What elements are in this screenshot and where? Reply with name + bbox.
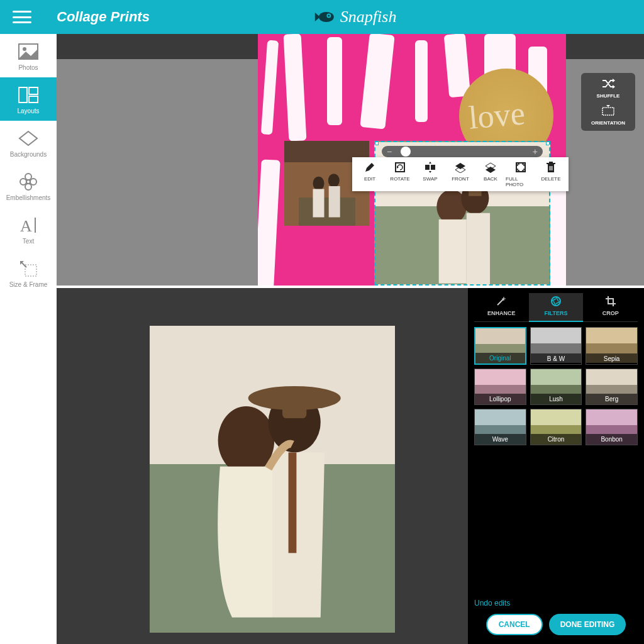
- filter-bw[interactable]: B & W: [530, 327, 582, 365]
- zoom-thumb[interactable]: [401, 147, 411, 157]
- svg-point-14: [26, 180, 30, 184]
- filter-lush[interactable]: Lush: [530, 369, 582, 405]
- svg-point-52: [218, 406, 275, 475]
- zoom-plus-icon[interactable]: +: [533, 147, 538, 157]
- photo-editor: ENHANCE FILTERS CROP Original: [57, 286, 644, 644]
- action-buttons: CANCEL DONE EDITING: [474, 614, 638, 639]
- svg-rect-17: [25, 265, 36, 276]
- rotate-button[interactable]: ROTATE: [385, 161, 415, 187]
- filter-original[interactable]: Original: [474, 327, 526, 365]
- undo-edits-link[interactable]: Undo edits: [474, 599, 638, 608]
- sidebar-label: Photos: [18, 64, 38, 71]
- brand-name: Snapfish: [340, 8, 397, 26]
- svg-rect-43: [547, 163, 555, 164]
- orientation-button[interactable]: ORIENTATION: [584, 105, 633, 126]
- filter-sepia[interactable]: Sepia: [586, 327, 638, 365]
- layouts-icon: [17, 86, 40, 104]
- svg-point-11: [20, 179, 26, 185]
- tab-enhance[interactable]: ENHANCE: [474, 293, 529, 319]
- cancel-button[interactable]: CANCEL: [486, 614, 543, 635]
- svg-marker-1: [315, 13, 320, 21]
- photo-preview[interactable]: [150, 326, 395, 633]
- swap-button[interactable]: SWAP: [415, 161, 445, 187]
- svg-rect-50: [602, 108, 614, 115]
- svg-marker-49: [613, 85, 615, 89]
- menu-button[interactable]: [13, 11, 31, 23]
- svg-marker-35: [429, 162, 431, 164]
- done-editing-button[interactable]: DONE EDITING: [549, 614, 626, 635]
- fullphoto-button[interactable]: FULL PHOTO: [506, 161, 536, 187]
- size-frame-icon: [17, 260, 40, 277]
- sidebar-item-backgrounds[interactable]: Backgrounds: [0, 121, 57, 164]
- svg-point-5: [23, 47, 26, 51]
- svg-rect-22: [313, 189, 324, 218]
- sidebar: Photos Layouts Backgrounds Embellishment…: [0, 34, 57, 644]
- svg-rect-34: [431, 165, 435, 170]
- aperture-icon: [550, 296, 562, 308]
- text-icon: A: [17, 216, 40, 234]
- svg-marker-40: [486, 167, 496, 173]
- filter-wave[interactable]: Wave: [474, 409, 526, 445]
- swap-icon: [424, 161, 436, 174]
- delete-button[interactable]: DELETE: [536, 161, 566, 187]
- svg-point-3: [328, 15, 330, 17]
- back-icon: [484, 161, 497, 174]
- photo-toolbar: EDIT ROTATE SWAP FRONT BACK: [352, 157, 569, 191]
- tab-crop[interactable]: CROP: [583, 293, 638, 319]
- svg-rect-44: [549, 162, 553, 163]
- orientation-icon: [601, 105, 615, 118]
- svg-point-12: [30, 179, 36, 185]
- svg-point-57: [552, 297, 560, 306]
- sidebar-label: Embellishments: [6, 194, 51, 201]
- fullphoto-icon: [514, 161, 527, 174]
- filter-panel: ENHANCE FILTERS CROP Original: [468, 288, 644, 644]
- svg-marker-51: [606, 105, 610, 107]
- svg-marker-36: [429, 171, 431, 173]
- backgrounds-icon: [17, 130, 40, 147]
- svg-rect-29: [439, 219, 467, 284]
- zoom-slider[interactable]: − +: [382, 146, 543, 157]
- photos-icon: [17, 43, 40, 60]
- svg-point-23: [328, 174, 339, 187]
- zoom-minus-icon[interactable]: −: [387, 147, 392, 157]
- brand-logo[interactable]: Snapfish: [314, 8, 397, 26]
- svg-rect-6: [19, 87, 27, 103]
- svg-marker-48: [613, 79, 615, 82]
- sidebar-item-size-frame[interactable]: Size & Frame: [0, 251, 57, 294]
- sidebar-label: Layouts: [17, 108, 39, 114]
- filter-grid: Original B & W Sepia Lollipop: [474, 327, 638, 445]
- collage-side-panel: SHUFFLE ORIENTATION: [581, 73, 635, 131]
- svg-marker-9: [19, 131, 37, 145]
- trash-icon: [545, 161, 557, 174]
- sidebar-label: Size & Frame: [9, 281, 48, 288]
- sidebar-item-text[interactable]: A Text: [0, 208, 57, 251]
- rotate-icon: [394, 161, 406, 174]
- pencil-icon: [364, 161, 376, 174]
- crop-icon: [605, 296, 616, 308]
- svg-rect-56: [289, 453, 297, 553]
- svg-text:A: A: [20, 217, 32, 234]
- svg-point-21: [313, 177, 324, 191]
- shuffle-button[interactable]: SHUFFLE: [584, 78, 633, 99]
- header: Collage Prints Snapfish: [0, 0, 644, 34]
- sidebar-item-embellishments[interactable]: Embellishments: [0, 164, 57, 208]
- filter-berg[interactable]: Berg: [586, 369, 638, 405]
- shuffle-icon: [601, 78, 615, 91]
- svg-rect-33: [425, 165, 430, 170]
- tab-filters[interactable]: FILTERS: [529, 293, 584, 322]
- filter-lollipop[interactable]: Lollipop: [474, 369, 526, 405]
- page-title: Collage Prints: [57, 9, 150, 25]
- collage-editor: love − +: [57, 34, 644, 286]
- filter-bonbon[interactable]: Bonbon: [586, 409, 638, 445]
- svg-rect-8: [29, 96, 38, 103]
- edit-button[interactable]: EDIT: [355, 161, 385, 187]
- sidebar-item-layouts[interactable]: Layouts: [0, 77, 57, 121]
- fish-icon: [314, 10, 335, 24]
- sidebar-label: Text: [23, 238, 34, 245]
- front-icon: [454, 161, 467, 174]
- back-button[interactable]: BACK: [475, 161, 506, 187]
- svg-marker-37: [455, 163, 465, 169]
- filter-citron[interactable]: Citron: [530, 409, 582, 445]
- front-button[interactable]: FRONT: [445, 161, 475, 187]
- sidebar-item-photos[interactable]: Photos: [0, 34, 57, 77]
